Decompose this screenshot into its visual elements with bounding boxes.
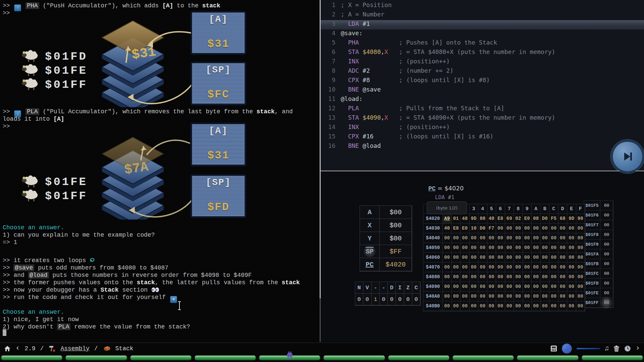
- memory-cell[interactable]: 00: [558, 282, 568, 292]
- memory-cell[interactable]: 00: [514, 253, 523, 262]
- memory-cell[interactable]: 00: [532, 262, 541, 272]
- code-editor[interactable]: 1; X = Position2; A = Number3 LDA #14@sa…: [321, 0, 644, 171]
- editor-line[interactable]: 2; A = Number: [321, 11, 644, 20]
- editor-line[interactable]: 12 PLA ; Pulls from the Stack to [A]: [321, 105, 644, 114]
- progress-segment[interactable]: [194, 355, 256, 361]
- memory-cell[interactable]: 00: [478, 292, 487, 301]
- memory-cell[interactable]: 40: [487, 214, 496, 224]
- stack-cell[interactable]: 00: [600, 210, 613, 220]
- terminal-scrollbar[interactable]: [320, 0, 321, 298]
- stack-cell[interactable]: 00: [600, 279, 613, 288]
- flag-value[interactable]: 0: [363, 294, 371, 305]
- memory-cell[interactable]: 00: [549, 262, 558, 272]
- memory-cell[interactable]: E0: [523, 214, 532, 224]
- memory-cell[interactable]: 00: [549, 301, 558, 311]
- memory-cell[interactable]: 00: [532, 282, 541, 292]
- memory-cell[interactable]: 00: [470, 282, 479, 292]
- memory-cell[interactable]: 00: [452, 272, 461, 282]
- stack-cell[interactable]: 00: [600, 259, 613, 269]
- memory-cell[interactable]: 00: [541, 262, 550, 272]
- chapter-number[interactable]: 2.9: [24, 345, 35, 352]
- memory-cell[interactable]: 00: [523, 253, 532, 262]
- memory-cell[interactable]: 00: [443, 272, 452, 282]
- memory-cell[interactable]: 00: [496, 233, 505, 243]
- memory-cell[interactable]: 00: [549, 243, 558, 253]
- memory-cell[interactable]: 00: [558, 262, 568, 272]
- memory-cell[interactable]: 00: [470, 292, 479, 301]
- register-label-X[interactable]: X: [360, 219, 380, 232]
- memory-cell[interactable]: 00: [478, 301, 487, 311]
- memory-cell[interactable]: 00: [505, 243, 514, 253]
- memory-cell[interactable]: 00: [549, 233, 558, 243]
- memory-cell[interactable]: 00: [576, 233, 585, 243]
- progress-segment[interactable]: [130, 355, 192, 361]
- memory-cell[interactable]: 00: [496, 224, 505, 233]
- memory-cell[interactable]: 00: [470, 262, 479, 272]
- progress-segment[interactable]: [1, 355, 63, 361]
- memory-cell[interactable]: 00: [558, 233, 568, 243]
- memory-cell[interactable]: 10: [470, 224, 479, 233]
- memory-cell[interactable]: 00: [532, 272, 541, 282]
- memory-cell[interactable]: 00: [505, 301, 514, 311]
- memory-cell[interactable]: 00: [461, 233, 470, 243]
- memory-cell[interactable]: 00: [541, 292, 550, 301]
- memory-cell[interactable]: 00: [443, 301, 452, 311]
- stack-cell[interactable]: 00: [600, 240, 613, 249]
- memory-cell[interactable]: 00: [487, 233, 496, 243]
- back-icon[interactable]: ‹: [15, 345, 20, 352]
- memory-cell[interactable]: 00: [505, 253, 514, 262]
- progress-segment[interactable]: [65, 355, 127, 361]
- memory-cell[interactable]: 00: [452, 301, 461, 311]
- memory-cell[interactable]: 00: [487, 301, 496, 311]
- memory-cell[interactable]: 00: [532, 224, 541, 233]
- memory-cell[interactable]: 00: [452, 262, 461, 272]
- editor-line[interactable]: 8 ADC #2 ; (number += 2): [321, 67, 644, 76]
- memory-cell[interactable]: 00: [461, 253, 470, 262]
- memory-cell[interactable]: 00: [496, 282, 505, 292]
- memory-cell[interactable]: 00: [541, 282, 550, 292]
- memory-cell[interactable]: 00: [514, 292, 523, 301]
- memory-cell[interactable]: 00: [443, 243, 452, 253]
- memory-cell[interactable]: 00: [541, 272, 550, 282]
- memory-cell[interactable]: 02: [514, 214, 523, 224]
- memory-cell[interactable]: 00: [505, 282, 514, 292]
- stack-cell[interactable]: 00: [600, 249, 613, 259]
- memory-cell[interactable]: 00: [576, 224, 585, 233]
- memory-cell[interactable]: 00: [514, 301, 523, 311]
- history-clock-icon[interactable]: [624, 345, 631, 352]
- memory-cell[interactable]: 00: [514, 282, 523, 292]
- memory-cell[interactable]: 00: [532, 243, 541, 253]
- progress-segment[interactable]: [323, 355, 385, 361]
- memory-cell[interactable]: 00: [576, 292, 585, 301]
- editor-line[interactable]: 4@save:: [321, 29, 644, 39]
- memory-cell[interactable]: 68: [558, 214, 568, 224]
- memory-cell[interactable]: 00: [523, 272, 532, 282]
- memory-cell[interactable]: 00: [470, 233, 479, 243]
- memory-cell[interactable]: 00: [487, 243, 496, 253]
- flag-value[interactable]: 0: [388, 294, 396, 305]
- memory-cell[interactable]: F5: [549, 214, 558, 224]
- memory-cell[interactable]: 00: [558, 301, 568, 311]
- memory-cell[interactable]: E0: [461, 224, 470, 233]
- memory-cell[interactable]: 00: [505, 292, 514, 301]
- memory-cell[interactable]: 00: [478, 262, 487, 272]
- memory-cell[interactable]: 00: [452, 243, 461, 253]
- stack-cell[interactable]: 00: [600, 201, 613, 210]
- editor-line[interactable]: 13 STA $4090,X ; = STA $4090+X (puts the…: [321, 114, 644, 123]
- progress-segment[interactable]: [452, 355, 514, 361]
- memory-cell[interactable]: 00: [487, 292, 496, 301]
- music-note-icon[interactable]: ♫: [605, 345, 609, 352]
- editor-line[interactable]: 3 LDA #1: [321, 20, 644, 29]
- memory-cell[interactable]: 00: [576, 301, 585, 311]
- memory-cell[interactable]: 00: [461, 292, 470, 301]
- memory-cell[interactable]: 00: [514, 272, 523, 282]
- memory-cell[interactable]: 00: [549, 272, 558, 282]
- memory-cell[interactable]: 00: [523, 292, 532, 301]
- progress-segment[interactable]: [388, 355, 450, 361]
- memory-cell[interactable]: 90: [576, 214, 585, 224]
- memory-cell[interactable]: 9D: [470, 214, 479, 224]
- memory-cell[interactable]: 00: [567, 262, 576, 272]
- memory-cell[interactable]: 00: [487, 282, 496, 292]
- volume-slider[interactable]: [577, 348, 600, 349]
- memory-cell[interactable]: 00: [514, 224, 523, 233]
